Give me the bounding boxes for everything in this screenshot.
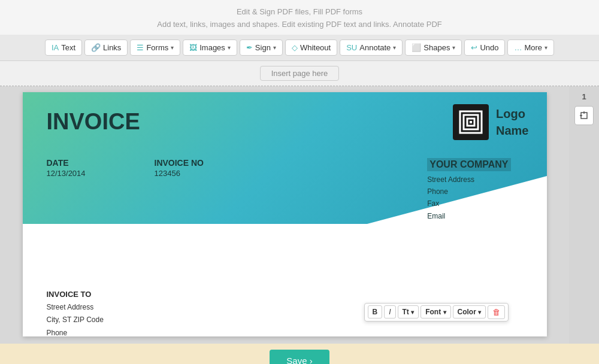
sign-arrow: ▾ <box>273 44 276 51</box>
delete-button[interactable]: 🗑 <box>488 305 505 319</box>
to-city: City, ST ZIP Code <box>47 314 104 327</box>
bottom-bar: Save › <box>0 344 599 364</box>
svg-rect-3 <box>470 121 472 123</box>
images-icon: 🖼 <box>189 43 197 52</box>
to-content: Street Address City, ST ZIP Code Phone F… <box>47 301 104 336</box>
sign-button[interactable]: ✒ Sign ▾ <box>240 40 283 56</box>
bold-button[interactable]: B <box>368 305 383 318</box>
shapes-arrow: ▾ <box>452 44 455 51</box>
date-section: DATE 12/13/2014 <box>47 158 86 178</box>
company-address: Street Address Phone Fax Email <box>427 174 510 223</box>
more-arrow: ▾ <box>544 44 547 51</box>
whiteout-icon: ◇ <box>292 43 298 52</box>
images-arrow: ▾ <box>228 44 231 51</box>
page-sidebar: 1 <box>569 86 599 344</box>
shapes-button[interactable]: ⬜ Shapes ▾ <box>405 40 462 56</box>
save-button[interactable]: Save › <box>270 350 329 364</box>
street-address: Street Address <box>427 174 510 186</box>
forms-arrow: ▾ <box>171 44 174 51</box>
italic-button[interactable]: I <box>384 305 395 318</box>
page-action-button[interactable] <box>574 106 594 125</box>
insert-page-button[interactable]: Insert page here <box>260 66 340 81</box>
font-button[interactable]: Font ▾ <box>420 305 450 318</box>
company-name: YOUR COMPANY <box>427 158 510 171</box>
forms-button[interactable]: ☰ Forms ▾ <box>130 40 180 56</box>
invoice-no-value: 123456 <box>155 169 204 178</box>
text-icon: IA <box>52 43 59 52</box>
invoice-title: INVOICE <box>47 109 140 135</box>
page-number: 1 <box>582 92 586 101</box>
main-area: INVOICE Logo Name DATE <box>0 86 599 344</box>
undo-button[interactable]: ↩ Undo <box>464 40 505 56</box>
logo-text: Logo Name <box>496 105 528 139</box>
annotate-icon: SU <box>346 43 357 52</box>
text-button[interactable]: IA Text <box>45 40 82 56</box>
page-canvas: INVOICE Logo Name DATE <box>0 86 569 344</box>
annotate-button[interactable]: SU Annotate ▾ <box>340 40 403 56</box>
links-icon: 🔗 <box>91 43 101 52</box>
to-street: Street Address <box>47 301 104 314</box>
annotate-arrow: ▾ <box>393 44 396 51</box>
undo-icon: ↩ <box>471 43 477 52</box>
insert-page-area: Insert page here <box>0 61 599 86</box>
text-edit-toolbar: B I Tt ▾ Font ▾ Color ▾ 🗑 <box>364 303 509 321</box>
to-label: INVOICE TO <box>47 290 104 299</box>
pdf-page: INVOICE Logo Name DATE <box>23 92 547 336</box>
forms-icon: ☰ <box>137 43 144 52</box>
sign-icon: ✒ <box>246 43 253 52</box>
header-line2: Add text, links, images and shapes. Edit… <box>0 19 599 31</box>
more-button[interactable]: … More ▾ <box>507 40 554 56</box>
color-button[interactable]: Color ▾ <box>453 305 486 318</box>
date-label: DATE <box>47 158 86 168</box>
date-value: 12/13/2014 <box>47 169 86 178</box>
to-phone: Phone <box>47 327 104 336</box>
logo-icon <box>453 104 489 140</box>
shapes-icon: ⬜ <box>412 43 421 52</box>
invoice-to-section: INVOICE TO Street Address City, ST ZIP C… <box>47 290 104 336</box>
more-icon: … <box>514 43 522 52</box>
links-button[interactable]: 🔗 Links <box>84 40 128 56</box>
header: Edit & Sign PDF files, Fill PDF forms Ad… <box>0 0 599 35</box>
company-fax: Fax <box>427 198 510 210</box>
images-button[interactable]: 🖼 Images ▾ <box>183 40 237 56</box>
text-size-button[interactable]: Tt ▾ <box>398 305 419 318</box>
company-phone: Phone <box>427 186 510 198</box>
company-email: Email <box>427 210 510 222</box>
logo-box: Logo Name <box>453 104 528 140</box>
invoice-no-label: INVOICE NO <box>155 158 204 168</box>
company-section: YOUR COMPANY Street Address Phone Fax Em… <box>427 158 510 223</box>
header-line1: Edit & Sign PDF files, Fill PDF forms <box>0 6 599 19</box>
whiteout-button[interactable]: ◇ Whiteout <box>285 40 337 56</box>
toolbar: IA Text 🔗 Links ☰ Forms ▾ 🖼 Images ▾ ✒ S… <box>0 35 599 61</box>
invoice-no-section: INVOICE NO 123456 <box>155 158 204 178</box>
